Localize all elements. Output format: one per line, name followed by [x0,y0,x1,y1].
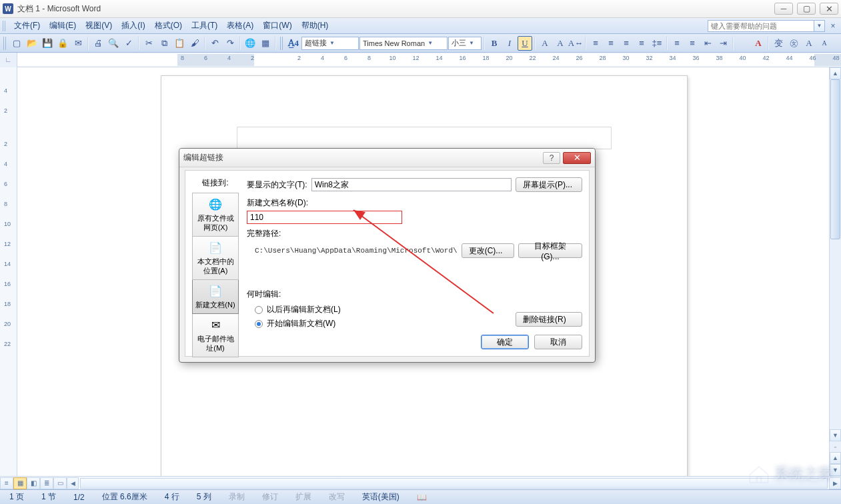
radio-icon [255,306,263,314]
screentip-button[interactable]: 屏幕提示(P)... [516,177,582,192]
linkto-place-in-doc[interactable]: 📄 本文档中的位置(A) [192,237,239,280]
globe-icon: 🌐 [206,197,225,212]
fullpath-label: 完整路径: [247,228,582,239]
edit-hyperlink-dialog: 编辑超链接 ? ✕ 链接到: 🌐 原有文件或网页(X) 📄 本文档中的位置(A)… [179,148,596,363]
display-text-input[interactable] [311,178,512,191]
newdoc-name-label: 新建文档名称(D): [247,197,582,209]
linkto-item-label: 电子邮件地址(M) [194,334,237,353]
change-button[interactable]: 更改(C)... [462,243,514,258]
dialog-titlebar[interactable]: 编辑超链接 ? ✕ [179,149,595,167]
linkto-new-document[interactable]: 📄 新建文档(N) [192,280,239,314]
linkto-existing-file[interactable]: 🌐 原有文件或网页(X) [192,193,239,237]
radio-label: 以后再编辑新文档(L) [267,304,341,315]
fullpath-value: C:\Users\Huang\AppData\Roaming\Microsoft… [247,247,458,255]
linkto-item-label: 本文档中的位置(A) [194,257,237,275]
mail-icon: ✉ [206,318,225,333]
ok-button[interactable]: 确定 [481,335,529,349]
target-frame-button[interactable]: 目标框架(G)... [518,243,582,258]
dialog-close-button[interactable]: ✕ [563,152,591,164]
display-text-label: 要显示的文字(T): [247,179,307,191]
linkto-item-label: 原有文件或网页(X) [194,213,237,232]
radio-label: 开始编辑新文档(W) [267,318,335,329]
linkto-item-label: 新建文档(N) [195,300,235,309]
linkto-label: 链接到: [192,177,239,189]
radio-icon [255,320,263,328]
dialog-title: 编辑超链接 [183,152,223,163]
linkto-email[interactable]: ✉ 电子邮件地址(M) [192,314,239,357]
cancel-button[interactable]: 取消 [534,335,582,349]
document-icon: 📄 [206,241,225,255]
when-edit-label: 何时编辑: [247,289,582,300]
new-document-icon: 📄 [206,284,225,299]
newdoc-name-input[interactable] [247,211,402,224]
remove-link-button[interactable]: 删除链接(R) [516,312,582,327]
dialog-help-button[interactable]: ? [543,152,560,164]
